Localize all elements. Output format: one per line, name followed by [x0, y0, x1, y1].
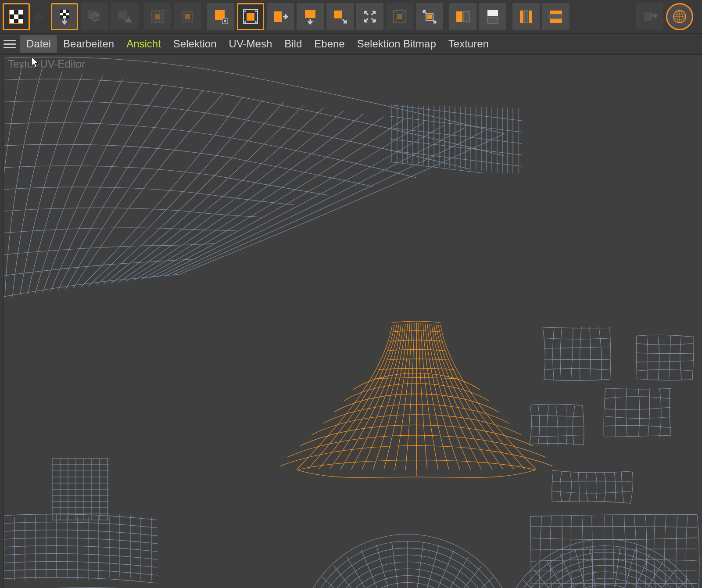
svg-rect-26: [118, 11, 127, 19]
svg-rect-3: [18, 10, 23, 14]
svg-line-138: [427, 550, 454, 588]
expand-down-icon: [302, 9, 318, 25]
svg-rect-50: [427, 14, 432, 19]
scale-diag-icon: [422, 9, 437, 25]
svg-line-157: [624, 554, 650, 588]
svg-line-15: [35, 13, 36, 14]
fit-uv-button[interactable]: [237, 3, 264, 30]
svg-point-41: [255, 11, 257, 12]
svg-rect-4: [10, 14, 14, 19]
viewport-label: Textur-UV-Editor: [8, 58, 85, 70]
svg-rect-46: [334, 11, 342, 18]
svg-line-68: [390, 116, 522, 132]
dock-left-icon: [455, 9, 471, 25]
svg-rect-22: [63, 13, 66, 16]
checker-icon: [8, 9, 24, 25]
uv-sphere-icon: [672, 9, 688, 25]
svg-line-145: [347, 557, 382, 588]
svg-line-18: [41, 13, 42, 14]
svg-line-162: [575, 549, 592, 588]
svg-point-42: [244, 21, 246, 23]
menu-selektion-bitmap[interactable]: Selektion Bitmap: [351, 35, 442, 53]
svg-rect-9: [18, 19, 23, 23]
svg-line-163: [560, 554, 586, 588]
menu-uvmesh[interactable]: UV-Mesh: [223, 35, 279, 53]
shrink-uv-button[interactable]: [386, 3, 413, 30]
hamburger-menu[interactable]: [4, 38, 16, 50]
tile-single-button[interactable]: [174, 3, 201, 30]
svg-point-40: [244, 11, 246, 12]
svg-rect-2: [14, 10, 18, 14]
arrows-corners-icon: [362, 9, 378, 25]
strip-vertical-button[interactable]: [512, 3, 540, 30]
export-button[interactable]: [636, 3, 663, 30]
strip-v-icon: [518, 9, 534, 25]
recycle-button[interactable]: [111, 3, 138, 30]
uv-texture-button[interactable]: [3, 3, 30, 30]
svg-rect-8: [14, 19, 18, 23]
svg-rect-6: [18, 14, 23, 19]
svg-rect-20: [60, 10, 63, 13]
svg-line-70: [390, 139, 522, 155]
svg-rect-53: [487, 10, 498, 16]
svg-rect-35: [185, 14, 190, 19]
checker-down-icon: [57, 9, 72, 25]
svg-rect-54: [487, 17, 498, 23]
svg-rect-23: [60, 15, 63, 18]
svg-rect-51: [456, 11, 462, 22]
gear-icon: [33, 11, 44, 22]
svg-rect-1: [10, 10, 14, 14]
reload-button[interactable]: [81, 3, 108, 30]
svg-line-67: [390, 105, 522, 121]
strip-h-icon: [548, 9, 564, 25]
expand-down-button[interactable]: [297, 3, 324, 30]
svg-rect-61: [644, 12, 652, 21]
menu-bar: Datei Bearbeiten Ansicht Selektion UV-Me…: [0, 34, 702, 54]
settings-button[interactable]: [32, 11, 45, 23]
svg-point-43: [255, 21, 257, 23]
dock-bottom-icon: [485, 9, 501, 25]
svg-rect-59: [550, 15, 562, 18]
menu-datei[interactable]: Datei: [20, 35, 57, 53]
uv-island-heel: [21, 586, 171, 588]
tile-grid-button[interactable]: [144, 3, 171, 30]
svg-line-158: [618, 549, 635, 588]
svg-rect-24: [66, 15, 69, 18]
scale-diag-button[interactable]: [416, 3, 443, 30]
top-toolbar: [0, 0, 702, 34]
strip-horizontal-button[interactable]: [542, 3, 569, 30]
svg-rect-56: [524, 11, 528, 23]
delete-uv-icon: [213, 9, 229, 25]
svg-line-69: [390, 128, 522, 143]
svg-rect-58: [550, 11, 562, 14]
menu-selektion[interactable]: Selektion: [167, 35, 223, 53]
svg-rect-57: [529, 11, 532, 23]
delete-uv-button[interactable]: [207, 3, 234, 30]
menu-bearbeiten[interactable]: Bearbeiten: [57, 35, 120, 53]
menu-bild[interactable]: Bild: [278, 35, 308, 53]
arrows-corners-button[interactable]: [356, 3, 383, 30]
uv-island-arch-b: [509, 533, 702, 588]
svg-rect-48: [397, 14, 402, 19]
tile-grid-icon: [150, 9, 165, 25]
scale-uv-icon: [332, 9, 348, 25]
svg-line-155: [635, 570, 676, 588]
expand-right-button[interactable]: [267, 3, 294, 30]
svg-line-144: [361, 550, 387, 588]
uv-viewport[interactable]: [4, 54, 702, 588]
menu-ebene[interactable]: Ebene: [308, 35, 351, 53]
reload-icon: [86, 9, 102, 25]
texture-down-button[interactable]: [51, 3, 78, 30]
scale-uv-button[interactable]: [326, 3, 354, 30]
uv-island-patch: [390, 103, 530, 173]
dock-left-button[interactable]: [449, 3, 476, 30]
dock-bottom-button[interactable]: [479, 3, 506, 30]
svg-rect-44: [274, 11, 282, 22]
svg-line-71: [390, 151, 522, 166]
uv-sphere-button[interactable]: [666, 3, 693, 30]
menu-texturen[interactable]: Texturen: [442, 35, 495, 53]
menu-ansicht[interactable]: Ansicht: [120, 35, 167, 53]
uv-island-selected: [280, 314, 552, 498]
uv-island-arch-a: [302, 529, 513, 588]
svg-line-17: [35, 19, 36, 20]
